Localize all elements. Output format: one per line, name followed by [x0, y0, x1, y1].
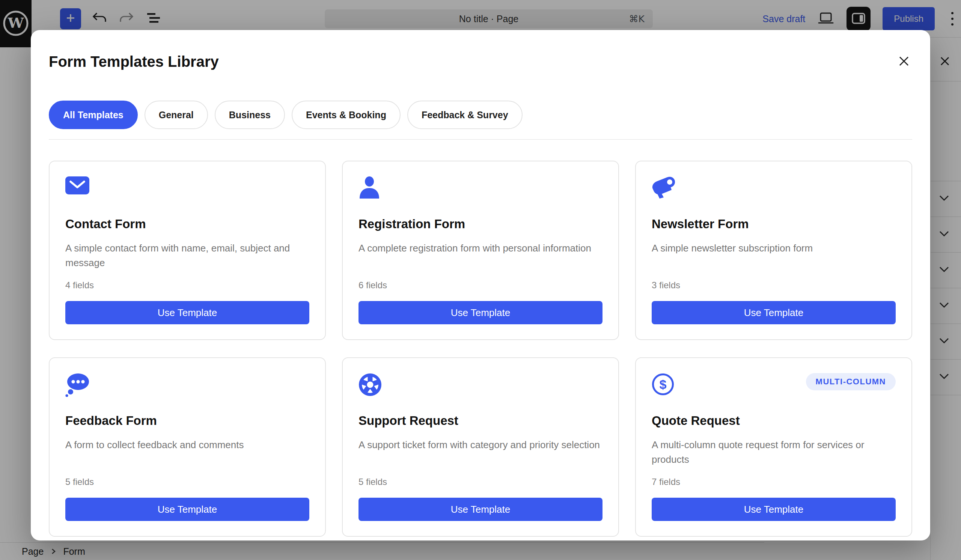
- template-field-count: 4 fields: [65, 280, 309, 290]
- template-name: Feedback Form: [65, 414, 309, 428]
- megaphone-icon: [652, 177, 677, 199]
- editor-screen: No title · Page ⌘K Save draft Publish: [0, 0, 961, 560]
- dollar-circle-icon: $: [652, 373, 674, 396]
- template-card-newsletter-form: Newsletter FormA simple newsletter subsc…: [635, 160, 912, 340]
- card-top: [358, 177, 603, 201]
- filter-tab-general[interactable]: General: [145, 101, 208, 129]
- template-grid: Contact FormA simple contact form with n…: [49, 160, 912, 537]
- template-card-quote-request: $MULTI-COLUMNQuote RequestA multi-column…: [635, 357, 912, 537]
- filter-tab-business[interactable]: Business: [215, 101, 285, 129]
- template-name: Registration Form: [358, 217, 603, 231]
- template-card-feedback-form: Feedback FormA form to collect feedback …: [49, 357, 326, 537]
- life-ring-icon: [358, 373, 382, 396]
- template-field-count: 5 fields: [358, 477, 603, 487]
- template-name: Quote Request: [652, 414, 896, 428]
- template-name: Contact Form: [65, 217, 309, 231]
- template-description: A form to collect feedback and comments: [65, 438, 309, 467]
- envelope-icon: [65, 177, 89, 194]
- template-card-registration-form: Registration FormA complete registration…: [342, 160, 619, 340]
- template-name: Support Request: [358, 414, 603, 428]
- chat-bubble-icon: [65, 373, 90, 397]
- card-top: [358, 373, 603, 397]
- template-name: Newsletter Form: [652, 217, 896, 231]
- template-field-count: 3 fields: [652, 280, 896, 290]
- template-card-contact-form: Contact FormA simple contact form with n…: [49, 160, 326, 340]
- svg-text:$: $: [660, 377, 667, 392]
- template-description: A complete registration form with person…: [358, 241, 603, 270]
- template-description: A multi-column quote request form for se…: [652, 438, 896, 467]
- card-top: $MULTI-COLUMN: [652, 373, 896, 397]
- template-filter-tabs: All TemplatesGeneralBusinessEvents & Boo…: [49, 101, 912, 129]
- close-icon: [897, 55, 911, 69]
- modal-title: Form Templates Library: [49, 53, 219, 71]
- template-field-count: 7 fields: [652, 477, 896, 487]
- use-template-button[interactable]: Use Template: [358, 498, 603, 521]
- form-templates-modal: Form Templates Library All TemplatesGene…: [31, 30, 930, 541]
- use-template-button[interactable]: Use Template: [652, 498, 896, 521]
- use-template-button[interactable]: Use Template: [65, 498, 309, 521]
- template-description: A simple contact form with name, email, …: [65, 241, 309, 270]
- filter-tab-events-booking[interactable]: Events & Booking: [292, 101, 400, 129]
- modal-close-button[interactable]: [896, 53, 912, 70]
- card-top: [65, 373, 309, 397]
- use-template-button[interactable]: Use Template: [652, 301, 896, 324]
- use-template-button[interactable]: Use Template: [65, 301, 309, 324]
- modal-header: Form Templates Library: [49, 30, 912, 71]
- card-top: [652, 177, 896, 201]
- template-field-count: 5 fields: [65, 477, 309, 487]
- template-description: A simple newsletter subscription form: [652, 241, 896, 270]
- template-card-support-request: Support RequestA support ticket form wit…: [342, 357, 619, 537]
- filter-tab-all-templates[interactable]: All Templates: [49, 101, 138, 129]
- multi-column-badge: MULTI-COLUMN: [806, 373, 896, 390]
- template-description: A support ticket form with category and …: [358, 438, 603, 467]
- tabs-divider: [49, 139, 912, 140]
- filter-tab-feedback-survey[interactable]: Feedback & Survey: [407, 101, 522, 129]
- card-top: [65, 177, 309, 201]
- person-icon: [358, 177, 380, 199]
- use-template-button[interactable]: Use Template: [358, 301, 603, 324]
- template-field-count: 6 fields: [358, 280, 603, 290]
